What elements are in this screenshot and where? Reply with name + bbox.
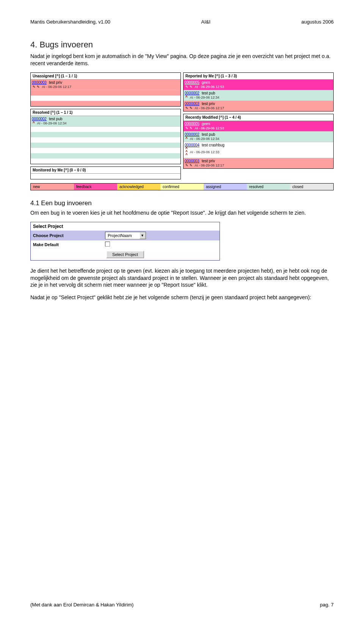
myview-right-column: Reported by Me [^] (1 – 3 / 3) 0000005ge… <box>183 72 334 179</box>
panel-recent-title[interactable]: Recently Modified [^] (1 – 4 / 4) <box>184 114 333 121</box>
edit-icon[interactable]: ✎ ✎ <box>185 106 193 110</box>
bug-meta: AI - 06-29-06 12:33 <box>190 150 220 154</box>
priority-icon: ^ <box>33 122 35 125</box>
bug-meta: AI - 06-29-06 12:17 <box>195 163 224 167</box>
bug-summary: test crashbug <box>202 143 224 147</box>
bug-meta: AI - 06-29-06 12:34 <box>37 121 67 125</box>
panel-monitored-title[interactable]: Monitored by Me [^] (0 – 0 / 0) <box>31 167 180 174</box>
page-footer: (Met dank aan Erol Demircan & Hakan Yild… <box>30 602 334 608</box>
section-title: 4. Bugs invoeren <box>30 40 334 50</box>
page-header: Mantis Gebruikershandleiding, v1.00 AI&I… <box>30 19 334 25</box>
select-project-button[interactable]: Select Project <box>106 251 144 258</box>
project-select[interactable]: ProjectNaam ▼ <box>105 232 146 239</box>
bug-id-link[interactable]: 0000005 <box>185 80 199 85</box>
make-default-row: Make Default <box>31 240 220 249</box>
list-item[interactable]: 0000002test pub ^AI - 06-29-06 12:34 <box>184 90 333 101</box>
subsection-p1: Om een bug in te voeren kies je uit het … <box>30 209 334 217</box>
list-item[interactable]: 0000003test priv ✎ ✎AI - 06-29-06 12:17 <box>184 101 333 111</box>
bug-summary: test pub <box>49 117 63 121</box>
legend-acknowledged: acknowledged <box>117 184 160 190</box>
bug-id-link[interactable]: 0000002 <box>185 132 199 137</box>
edit-icon[interactable]: ✎ ✎ <box>185 126 193 130</box>
list-item[interactable]: 0000005geen ✎ ✎AI - 06-29-06 12:53 <box>184 121 333 132</box>
legend-closed: closed <box>290 184 333 190</box>
project-select-value: ProjectNaam <box>105 233 140 238</box>
bug-summary: test priv <box>202 159 215 163</box>
list-item[interactable]: 0000002test pub ^AI - 06-29-06 12:34 <box>184 132 333 142</box>
list-item[interactable]: 0000003test priv ✎ ✎AI - 06-29-06 12:17 <box>184 158 333 168</box>
bug-summary: geen <box>202 122 210 126</box>
select-project-form: Select Project Choose Project ProjectNaa… <box>30 222 220 261</box>
legend-confirmed: confirmed <box>160 184 204 190</box>
bug-meta: AI - 06-29-06 12:34 <box>190 96 220 99</box>
header-center: AI&I <box>201 19 211 25</box>
bug-summary: test pub <box>202 132 215 137</box>
bug-meta: AI - 06-29-06 12:34 <box>190 137 220 141</box>
bug-summary: geen <box>202 80 210 85</box>
myview-dashboard: Unassigned [^] (1 – 1 / 1) 0000003 test … <box>30 72 334 179</box>
panel-reported-title[interactable]: Reported by Me [^] (1 – 3 / 3) <box>184 73 333 80</box>
panel-resolved-title[interactable]: Resolved [^] (1 – 1 / 1) <box>31 109 180 116</box>
bug-meta: AI - 06-29-06 12:53 <box>195 85 224 89</box>
panel-unassigned-title[interactable]: Unassigned [^] (1 – 1 / 1) <box>31 73 180 80</box>
priority-icon: ^ <box>185 137 188 140</box>
legend-assigned: assigned <box>204 184 247 190</box>
footer-page: pag. 7 <box>320 602 334 608</box>
legend-new: new <box>31 184 74 190</box>
header-left: Mantis Gebruikershandleiding, v1.00 <box>30 19 110 25</box>
list-item[interactable]: 0000005geen ✎ ✎AI - 06-29-06 12:53 <box>184 80 333 90</box>
bug-summary: test priv <box>49 80 62 85</box>
list-item[interactable]: 0000003 test priv ✎ ✎ AI - 06-29-06 12:1… <box>31 80 180 90</box>
priority-icon: ^ <box>185 96 188 99</box>
subsection-title: 4.1 Een bug invoeren <box>30 199 334 207</box>
footer-credit: (Met dank aan Erol Demircan & Hakan Yild… <box>30 602 133 608</box>
header-right: augustus 2006 <box>301 19 334 25</box>
legend-resolved: resolved <box>247 184 290 190</box>
panel-reported: Reported by Me [^] (1 – 3 / 3) 0000005ge… <box>183 72 334 111</box>
chevron-down-icon[interactable]: ▼ <box>140 232 146 239</box>
panel-recent: Recently Modified [^] (1 – 4 / 4) 000000… <box>183 114 334 169</box>
bug-id-link[interactable]: 0000002 <box>32 117 47 121</box>
make-default-label: Make Default <box>31 240 103 249</box>
legend-feedback: feedback <box>74 184 117 190</box>
section-intro: Nadat je ingelogd bent kom je automatisc… <box>30 53 334 67</box>
list-item[interactable]: 0000004test crashbug ^^^AI - 06-29-06 12… <box>184 142 333 158</box>
bug-id-link[interactable]: 0000002 <box>185 91 199 95</box>
status-legend: new feedback acknowledged confirmed assi… <box>30 183 334 190</box>
choose-project-row: Choose Project ProjectNaam ▼ <box>31 231 220 240</box>
choose-project-label: Choose Project <box>31 231 103 240</box>
bug-id-link[interactable]: 0000003 <box>185 159 199 163</box>
list-item[interactable]: 0000002 test pub ^ AI - 06-29-06 12:34 <box>31 116 180 127</box>
bug-id-link[interactable]: 0000003 <box>32 80 47 85</box>
edit-icon[interactable]: ✎ ✎ <box>33 85 40 89</box>
panel-resolved: Resolved [^] (1 – 1 / 1) 0000002 test pu… <box>30 109 181 164</box>
bug-id-link[interactable]: 0000003 <box>185 102 199 106</box>
bug-meta: AI - 06-29-06 12:53 <box>195 126 224 130</box>
myview-left-column: Unassigned [^] (1 – 1 / 1) 0000003 test … <box>30 72 181 179</box>
select-project-title: Select Project <box>31 222 220 231</box>
bug-summary: test pub <box>202 91 215 95</box>
edit-icon[interactable]: ✎ ✎ <box>185 85 193 89</box>
bug-meta: AI - 06-29-06 12:17 <box>195 106 224 110</box>
after-p2: Nadat je op "Select Project" geklikt heb… <box>30 294 334 301</box>
bug-summary: test priv <box>202 102 215 106</box>
panel-unassigned: Unassigned [^] (1 – 1 / 1) 0000003 test … <box>30 72 181 107</box>
panel-monitored: Monitored by Me [^] (0 – 0 / 0) <box>30 166 181 179</box>
bug-id-link[interactable]: 0000005 <box>185 122 199 126</box>
make-default-checkbox[interactable] <box>105 242 110 247</box>
bug-meta: AI - 06-29-06 12:17 <box>42 85 72 89</box>
edit-icon[interactable]: ✎ ✎ <box>185 163 193 167</box>
after-p1: Je dient het het betreffende project op … <box>30 267 334 289</box>
priority-icon: ^^^ <box>185 148 188 157</box>
